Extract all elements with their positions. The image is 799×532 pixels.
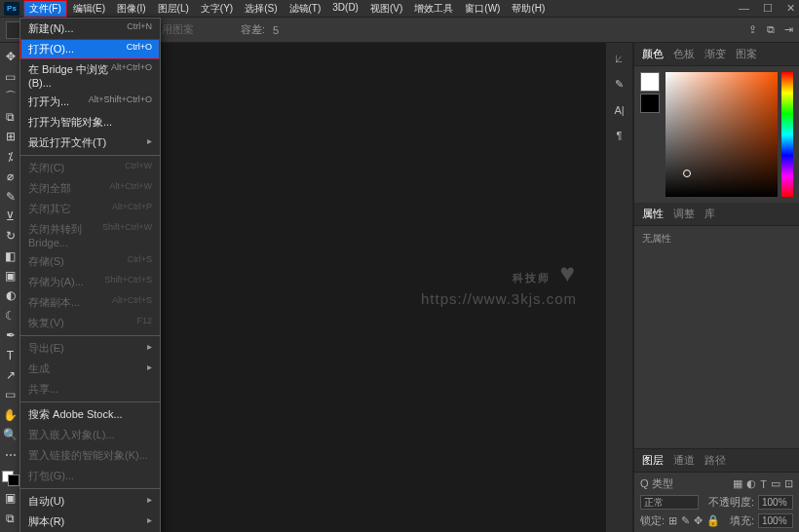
fill-input[interactable] [758,513,793,528]
tab-color[interactable]: 颜色 [642,47,664,61]
tab-swatches[interactable]: 色板 [673,47,695,61]
filter-adj-icon[interactable]: ◐ [746,477,756,490]
zoom-tool[interactable]: 🔍 [2,427,19,442]
menu-7[interactable]: 3D(D) [326,0,364,18]
menu-item: 存储(S)Ctrl+S [20,251,160,272]
tab-paths[interactable]: 路径 [704,453,726,468]
tab-layers[interactable]: 图层 [642,453,664,468]
filter-shape-icon[interactable]: ▭ [771,477,780,490]
shape-tool[interactable]: ▭ [2,387,19,402]
watermark: 科技师 ♥ https://www.3kjs.com [421,258,577,307]
blend-mode-select[interactable] [640,495,699,510]
lock-all-icon[interactable]: 🔒 [706,514,720,527]
menu-item: 存储副本...Alt+Ctrl+S [20,292,160,313]
learn-icon[interactable]: ⟀ [616,53,623,64]
menu-item[interactable]: 搜索 Adobe Stock... [20,404,160,425]
lock-pos-icon[interactable]: ✥ [694,514,703,527]
tab-libraries[interactable]: 库 [704,207,715,221]
menu-3[interactable]: 图层(L) [152,0,195,18]
menu-10[interactable]: 窗口(W) [459,0,506,18]
menu-item[interactable]: 在 Bridge 中浏览(B)...Alt+Ctrl+O [20,59,160,92]
menu-6[interactable]: 滤镜(T) [284,0,327,18]
blur-tool[interactable]: ◐ [2,287,19,303]
dodge-tool[interactable]: ☾ [2,308,19,323]
more-tools[interactable]: ⋯ [2,446,19,462]
lock-pixels-icon[interactable]: ✎ [681,514,690,527]
tab-gradients[interactable]: 渐变 [704,47,726,61]
stamp-tool[interactable]: ⊻ [2,209,19,224]
menu-item[interactable]: 脚本(R) [20,512,160,532]
maximize-icon[interactable]: ☐ [763,2,773,15]
move-tool[interactable]: ✥ [2,49,19,64]
lock-trans-icon[interactable]: ⊞ [668,514,677,527]
pen-tool[interactable]: ✒ [2,327,19,343]
menu-item: 关闭其它Alt+Ctrl+P [20,199,160,219]
path-tool[interactable]: ↗ [2,367,19,383]
picker-fg[interactable] [640,72,660,92]
tolerance-label: 容差: [241,22,265,37]
picker-bg[interactable] [640,94,660,113]
quickmask-icon[interactable]: ▣ [2,490,19,506]
color-swatches[interactable] [2,471,19,486]
minimize-icon[interactable]: — [739,2,749,15]
share-icon[interactable]: ⇪ [748,23,757,36]
hand-tool[interactable]: ✋ [2,407,19,423]
menu-item[interactable]: 打开(O)...Ctrl+O [20,39,160,59]
crop-tool[interactable]: ⧉ [2,109,19,125]
saturation-field[interactable] [666,72,778,197]
filter-type-icon[interactable]: T [760,478,767,490]
properties-tabs: 属性 调整 库 [634,203,799,226]
hue-slider[interactable] [781,72,793,197]
color-picker[interactable] [634,66,799,203]
opacity-input[interactable] [758,495,793,510]
history-brush-tool[interactable]: ↻ [2,228,19,244]
menu-item: 置入链接的智能对象(K)... [20,445,160,466]
background-swatch[interactable] [8,475,19,486]
right-panels: 颜色 色板 渐变 图案 属性 调整 库 无属性 图层 通道 路径 [633,43,799,532]
tab-patterns[interactable]: 图案 [736,47,757,61]
menu-item[interactable]: 最近打开文件(T) [20,133,160,153]
lock-label: 锁定: [640,513,665,528]
char-icon[interactable]: A| [614,104,624,116]
menu-5[interactable]: 选择(S) [239,0,283,18]
menu-item[interactable]: 打开为...Alt+Shift+Ctrl+O [20,92,160,112]
tolerance-value[interactable]: 5 [273,24,279,36]
menu-9[interactable]: 增效工具 [408,0,459,18]
menu-4[interactable]: 文字(Y) [195,0,239,18]
watermark-url: https://www.3kjs.com [421,290,577,307]
gradient-tool[interactable]: ▣ [2,268,19,284]
type-tool[interactable]: T [2,347,19,362]
menu-2[interactable]: 图像(I) [111,0,151,18]
menu-item[interactable]: 新建(N)...Ctrl+N [20,19,160,39]
filter-pixels-icon[interactable]: ▦ [733,477,742,490]
fill-label: 填充: [730,513,754,528]
color-panel-tabs: 颜色 色板 渐变 图案 [634,43,799,66]
lasso-tool[interactable]: ⌒ [2,89,19,105]
menu-1[interactable]: 编辑(E) [67,0,111,18]
filter-smart-icon[interactable]: ⊡ [784,477,793,490]
brush-tool[interactable]: ✎ [2,188,19,204]
tab-properties[interactable]: 属性 [642,207,664,221]
menu-item: 共享... [20,379,160,399]
menu-item[interactable]: 自动(U) [20,491,160,512]
menu-11[interactable]: 帮助(H) [506,0,551,18]
search-icon[interactable]: ⧉ [767,23,775,36]
frame-tool[interactable]: ⊞ [2,129,19,144]
heal-tool[interactable]: ⌀ [2,169,19,184]
window-controls: — ☐ ✕ [739,2,795,15]
marquee-tool[interactable]: ▭ [2,68,19,84]
eyedropper-tool[interactable]: ⁒ [2,149,19,165]
cloud-icon[interactable]: ⇥ [784,23,793,36]
menu-item: 关闭全部Alt+Ctrl+W [20,178,160,199]
screenmode-icon[interactable]: ⧉ [2,511,19,526]
menu-item[interactable]: 打开为智能对象... [20,112,160,133]
brush-settings-icon[interactable]: ✎ [615,78,624,91]
menu-8[interactable]: 视图(V) [364,0,408,18]
menu-item: 导出(E) [20,338,160,359]
tab-adjustments[interactable]: 调整 [673,207,695,221]
para-icon[interactable]: ¶ [617,130,623,141]
close-icon[interactable]: ✕ [786,2,795,15]
eraser-tool[interactable]: ◧ [2,248,19,264]
menu-0[interactable]: 文件(F) [23,0,67,18]
tab-channels[interactable]: 通道 [673,453,695,468]
